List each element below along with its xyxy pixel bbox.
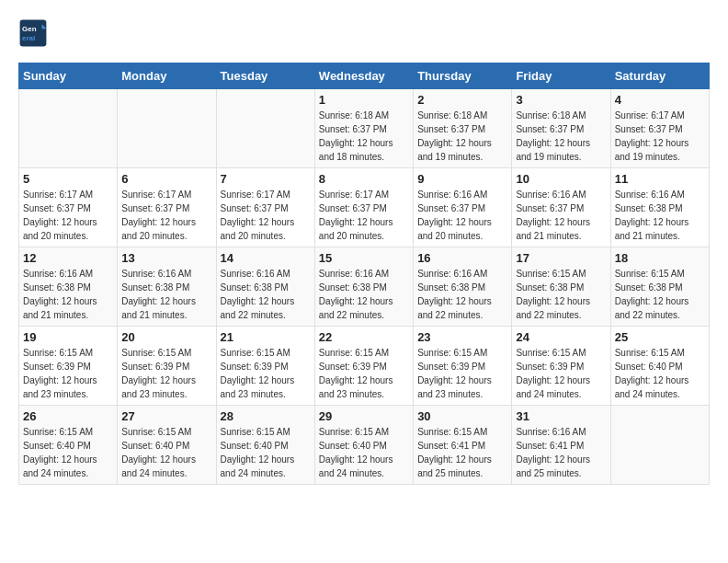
calendar-cell: 2Sunrise: 6:18 AM Sunset: 6:37 PM Daylig… bbox=[414, 89, 512, 168]
day-number: 6 bbox=[121, 172, 211, 186]
day-info: Sunrise: 6:16 AM Sunset: 6:38 PM Dayligh… bbox=[417, 267, 507, 322]
day-number: 26 bbox=[23, 409, 113, 423]
day-number: 7 bbox=[221, 172, 311, 186]
day-info: Sunrise: 6:16 AM Sunset: 6:38 PM Dayligh… bbox=[121, 267, 211, 322]
calendar-cell: 14Sunrise: 6:16 AM Sunset: 6:38 PM Dayli… bbox=[216, 247, 314, 327]
calendar-cell: 7Sunrise: 6:17 AM Sunset: 6:37 PM Daylig… bbox=[216, 168, 314, 247]
svg-text:Gen: Gen bbox=[22, 25, 37, 33]
day-number: 13 bbox=[121, 251, 211, 265]
calendar-table: SundayMondayTuesdayWednesdayThursdayFrid… bbox=[18, 63, 710, 485]
calendar-cell: 31Sunrise: 6:16 AM Sunset: 6:41 PM Dayli… bbox=[512, 406, 610, 485]
header-day-wednesday: Wednesday bbox=[314, 63, 413, 89]
day-info: Sunrise: 6:15 AM Sunset: 6:39 PM Dayligh… bbox=[319, 346, 409, 401]
day-info: Sunrise: 6:16 AM Sunset: 6:38 PM Dayligh… bbox=[615, 188, 705, 243]
calendar-cell: 10Sunrise: 6:16 AM Sunset: 6:37 PM Dayli… bbox=[512, 168, 610, 247]
day-number: 31 bbox=[516, 409, 606, 423]
calendar-cell bbox=[610, 406, 709, 485]
week-row-1: 1Sunrise: 6:18 AM Sunset: 6:37 PM Daylig… bbox=[19, 89, 710, 168]
day-number: 24 bbox=[516, 330, 606, 344]
day-number: 17 bbox=[516, 251, 606, 265]
calendar-cell: 23Sunrise: 6:15 AM Sunset: 6:39 PM Dayli… bbox=[414, 327, 512, 406]
day-info: Sunrise: 6:16 AM Sunset: 6:37 PM Dayligh… bbox=[417, 188, 507, 243]
day-info: Sunrise: 6:17 AM Sunset: 6:37 PM Dayligh… bbox=[121, 188, 211, 243]
day-info: Sunrise: 6:15 AM Sunset: 6:39 PM Dayligh… bbox=[23, 346, 113, 401]
page-header: Gen eral bbox=[18, 18, 710, 48]
day-number: 8 bbox=[319, 172, 409, 186]
calendar-cell: 9Sunrise: 6:16 AM Sunset: 6:37 PM Daylig… bbox=[414, 168, 512, 247]
logo: Gen eral bbox=[18, 18, 51, 48]
day-number: 27 bbox=[121, 409, 211, 423]
calendar-cell: 26Sunrise: 6:15 AM Sunset: 6:40 PM Dayli… bbox=[19, 406, 118, 485]
calendar-cell: 8Sunrise: 6:17 AM Sunset: 6:37 PM Daylig… bbox=[314, 168, 413, 247]
day-info: Sunrise: 6:16 AM Sunset: 6:37 PM Dayligh… bbox=[516, 188, 606, 243]
day-info: Sunrise: 6:17 AM Sunset: 6:37 PM Dayligh… bbox=[23, 188, 113, 243]
header-day-thursday: Thursday bbox=[414, 63, 512, 89]
day-info: Sunrise: 6:16 AM Sunset: 6:38 PM Dayligh… bbox=[319, 267, 409, 322]
day-number: 23 bbox=[417, 330, 507, 344]
calendar-cell: 5Sunrise: 6:17 AM Sunset: 6:37 PM Daylig… bbox=[19, 168, 118, 247]
day-info: Sunrise: 6:17 AM Sunset: 6:37 PM Dayligh… bbox=[221, 188, 311, 243]
calendar-cell: 4Sunrise: 6:17 AM Sunset: 6:37 PM Daylig… bbox=[610, 89, 709, 168]
day-number: 9 bbox=[417, 172, 507, 186]
calendar-cell: 18Sunrise: 6:15 AM Sunset: 6:38 PM Dayli… bbox=[610, 247, 709, 327]
header-day-saturday: Saturday bbox=[610, 63, 709, 89]
calendar-cell bbox=[118, 89, 216, 168]
calendar-cell: 30Sunrise: 6:15 AM Sunset: 6:41 PM Dayli… bbox=[414, 406, 512, 485]
header-day-tuesday: Tuesday bbox=[216, 63, 314, 89]
day-number: 19 bbox=[23, 330, 113, 344]
week-row-2: 5Sunrise: 6:17 AM Sunset: 6:37 PM Daylig… bbox=[19, 168, 710, 247]
day-info: Sunrise: 6:18 AM Sunset: 6:37 PM Dayligh… bbox=[417, 109, 507, 164]
calendar-cell: 1Sunrise: 6:18 AM Sunset: 6:37 PM Daylig… bbox=[314, 89, 413, 168]
day-info: Sunrise: 6:15 AM Sunset: 6:40 PM Dayligh… bbox=[221, 425, 311, 480]
calendar-cell: 27Sunrise: 6:15 AM Sunset: 6:40 PM Dayli… bbox=[118, 406, 216, 485]
day-info: Sunrise: 6:16 AM Sunset: 6:41 PM Dayligh… bbox=[516, 425, 606, 480]
day-number: 21 bbox=[221, 330, 311, 344]
day-number: 3 bbox=[516, 93, 606, 107]
day-number: 4 bbox=[615, 93, 705, 107]
day-info: Sunrise: 6:16 AM Sunset: 6:38 PM Dayligh… bbox=[23, 267, 113, 322]
header-day-sunday: Sunday bbox=[19, 63, 118, 89]
calendar-cell: 22Sunrise: 6:15 AM Sunset: 6:39 PM Dayli… bbox=[314, 327, 413, 406]
week-row-3: 12Sunrise: 6:16 AM Sunset: 6:38 PM Dayli… bbox=[19, 247, 710, 327]
day-info: Sunrise: 6:15 AM Sunset: 6:40 PM Dayligh… bbox=[121, 425, 211, 480]
calendar-cell: 21Sunrise: 6:15 AM Sunset: 6:39 PM Dayli… bbox=[216, 327, 314, 406]
calendar-cell: 25Sunrise: 6:15 AM Sunset: 6:40 PM Dayli… bbox=[610, 327, 709, 406]
day-number: 20 bbox=[121, 330, 211, 344]
day-info: Sunrise: 6:18 AM Sunset: 6:37 PM Dayligh… bbox=[319, 109, 409, 164]
day-info: Sunrise: 6:15 AM Sunset: 6:38 PM Dayligh… bbox=[615, 267, 705, 322]
day-number: 16 bbox=[417, 251, 507, 265]
calendar-cell: 19Sunrise: 6:15 AM Sunset: 6:39 PM Dayli… bbox=[19, 327, 118, 406]
day-info: Sunrise: 6:15 AM Sunset: 6:40 PM Dayligh… bbox=[615, 346, 705, 401]
svg-text:eral: eral bbox=[22, 34, 35, 42]
day-number: 30 bbox=[417, 409, 507, 423]
day-info: Sunrise: 6:15 AM Sunset: 6:40 PM Dayligh… bbox=[319, 425, 409, 480]
day-number: 10 bbox=[516, 172, 606, 186]
day-info: Sunrise: 6:15 AM Sunset: 6:39 PM Dayligh… bbox=[417, 346, 507, 401]
day-info: Sunrise: 6:17 AM Sunset: 6:37 PM Dayligh… bbox=[615, 109, 705, 164]
day-info: Sunrise: 6:17 AM Sunset: 6:37 PM Dayligh… bbox=[319, 188, 409, 243]
week-row-5: 26Sunrise: 6:15 AM Sunset: 6:40 PM Dayli… bbox=[19, 406, 710, 485]
day-number: 25 bbox=[615, 330, 705, 344]
calendar-cell: 24Sunrise: 6:15 AM Sunset: 6:39 PM Dayli… bbox=[512, 327, 610, 406]
day-number: 11 bbox=[615, 172, 705, 186]
day-number: 28 bbox=[221, 409, 311, 423]
header-row: SundayMondayTuesdayWednesdayThursdayFrid… bbox=[19, 63, 710, 89]
logo-icon: Gen eral bbox=[18, 18, 48, 48]
header-day-friday: Friday bbox=[512, 63, 610, 89]
calendar-cell: 12Sunrise: 6:16 AM Sunset: 6:38 PM Dayli… bbox=[19, 247, 118, 327]
day-info: Sunrise: 6:16 AM Sunset: 6:38 PM Dayligh… bbox=[221, 267, 311, 322]
calendar-cell: 20Sunrise: 6:15 AM Sunset: 6:39 PM Dayli… bbox=[118, 327, 216, 406]
day-info: Sunrise: 6:15 AM Sunset: 6:40 PM Dayligh… bbox=[23, 425, 113, 480]
day-number: 18 bbox=[615, 251, 705, 265]
calendar-cell: 13Sunrise: 6:16 AM Sunset: 6:38 PM Dayli… bbox=[118, 247, 216, 327]
day-number: 12 bbox=[23, 251, 113, 265]
calendar-cell: 6Sunrise: 6:17 AM Sunset: 6:37 PM Daylig… bbox=[118, 168, 216, 247]
calendar-cell: 29Sunrise: 6:15 AM Sunset: 6:40 PM Dayli… bbox=[314, 406, 413, 485]
calendar-cell: 11Sunrise: 6:16 AM Sunset: 6:38 PM Dayli… bbox=[610, 168, 709, 247]
calendar-cell: 15Sunrise: 6:16 AM Sunset: 6:38 PM Dayli… bbox=[314, 247, 413, 327]
calendar-header: SundayMondayTuesdayWednesdayThursdayFrid… bbox=[19, 63, 710, 89]
day-number: 1 bbox=[319, 93, 409, 107]
calendar-body: 1Sunrise: 6:18 AM Sunset: 6:37 PM Daylig… bbox=[19, 89, 710, 485]
day-info: Sunrise: 6:15 AM Sunset: 6:39 PM Dayligh… bbox=[121, 346, 211, 401]
header-day-monday: Monday bbox=[118, 63, 216, 89]
